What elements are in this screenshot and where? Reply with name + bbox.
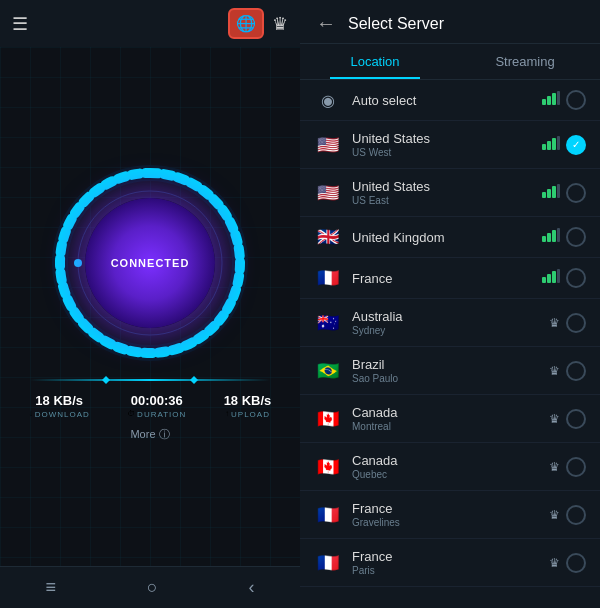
server-name: Brazil <box>352 357 549 372</box>
server-item[interactable]: 🇫🇷France <box>300 258 600 299</box>
server-flag: 🇨🇦 <box>314 409 342 429</box>
server-item[interactable]: 🇬🇧United Kingdom <box>300 217 600 258</box>
server-sub: Gravelines <box>352 517 549 528</box>
nav-menu-icon[interactable]: ≡ <box>45 577 56 598</box>
premium-crown-icon: ♛ <box>549 364 560 378</box>
right-panel: ← Select Server Location Streaming ◉Auto… <box>300 0 600 608</box>
server-right: ♛ <box>549 313 586 333</box>
server-name: France <box>352 271 542 286</box>
crown-icon[interactable]: ♛ <box>272 13 288 35</box>
vpn-circle[interactable]: CONNECTED <box>50 163 250 363</box>
server-flag: 🇫🇷 <box>314 268 342 288</box>
server-right: ♛ <box>549 409 586 429</box>
globe-button[interactable]: 🌐 <box>228 8 264 39</box>
tab-streaming[interactable]: Streaming <box>450 44 600 79</box>
svg-rect-23 <box>557 269 560 283</box>
svg-rect-19 <box>557 228 560 242</box>
server-name: Canada <box>352 405 549 420</box>
select-circle[interactable] <box>566 313 586 333</box>
svg-rect-17 <box>547 233 551 242</box>
server-sub: Quebec <box>352 469 549 480</box>
signal-icon <box>542 184 560 202</box>
server-name: United States <box>352 179 542 194</box>
select-circle[interactable] <box>566 553 586 573</box>
right-header: ← Select Server <box>300 0 600 44</box>
server-sub: Sydney <box>352 325 549 336</box>
server-name: Australia <box>352 309 549 324</box>
back-button[interactable]: ← <box>316 12 336 35</box>
select-circle[interactable] <box>566 457 586 477</box>
server-flag: ◉ <box>314 90 342 110</box>
server-sub: Sao Paulo <box>352 373 549 384</box>
premium-crown-icon: ♛ <box>549 508 560 522</box>
svg-rect-7 <box>557 91 560 105</box>
left-header: ☰ 🌐 ♛ <box>0 0 300 47</box>
server-name: Canada <box>352 453 549 468</box>
server-info: CanadaMontreal <box>352 405 549 432</box>
server-right: ♛ <box>549 361 586 381</box>
signal-icon <box>542 91 560 109</box>
server-item[interactable]: 🇦🇺AustraliaSydney♛ <box>300 299 600 347</box>
server-item[interactable]: 🇫🇷FranceGravelines♛ <box>300 491 600 539</box>
svg-rect-4 <box>542 99 546 105</box>
svg-rect-6 <box>552 93 556 105</box>
server-flag: 🇺🇸 <box>314 183 342 203</box>
premium-crown-icon: ♛ <box>549 316 560 330</box>
server-right <box>542 268 586 288</box>
svg-rect-9 <box>547 141 551 150</box>
server-info: FranceParis <box>352 549 549 576</box>
select-circle[interactable] <box>566 505 586 525</box>
svg-rect-8 <box>542 144 546 150</box>
divider <box>30 379 270 381</box>
server-flag: 🇨🇦 <box>314 457 342 477</box>
connected-label: CONNECTED <box>111 257 190 269</box>
select-circle[interactable] <box>566 135 586 155</box>
nav-home-icon[interactable]: ○ <box>147 577 158 598</box>
svg-rect-13 <box>547 189 551 198</box>
server-sub: Paris <box>352 565 549 576</box>
server-sub: Montreal <box>352 421 549 432</box>
server-name: France <box>352 501 549 516</box>
signal-icon <box>542 228 560 246</box>
server-info: United StatesUS East <box>352 179 542 206</box>
server-item[interactable]: ◉Auto select <box>300 80 600 121</box>
server-list: ◉Auto select🇺🇸United StatesUS West🇺🇸Unit… <box>300 80 600 608</box>
server-info: France <box>352 271 542 286</box>
server-name: United Kingdom <box>352 230 542 245</box>
server-item[interactable]: 🇺🇸United StatesUS West <box>300 121 600 169</box>
select-circle[interactable] <box>566 268 586 288</box>
signal-icon <box>542 269 560 287</box>
svg-rect-5 <box>547 96 551 105</box>
select-circle[interactable] <box>566 227 586 247</box>
server-info: BrazilSao Paulo <box>352 357 549 384</box>
tabs-row: Location Streaming <box>300 44 600 80</box>
svg-rect-10 <box>552 138 556 150</box>
tab-location[interactable]: Location <box>300 44 450 79</box>
svg-rect-15 <box>557 184 560 198</box>
server-flag: 🇦🇺 <box>314 313 342 333</box>
server-info: AustraliaSydney <box>352 309 549 336</box>
server-flag: 🇺🇸 <box>314 135 342 155</box>
premium-crown-icon: ♛ <box>549 412 560 426</box>
server-right: ♛ <box>549 505 586 525</box>
premium-crown-icon: ♛ <box>549 460 560 474</box>
server-right <box>542 227 586 247</box>
server-item[interactable]: 🇧🇷BrazilSao Paulo♛ <box>300 347 600 395</box>
nav-back-icon[interactable]: ‹ <box>249 577 255 598</box>
svg-point-3 <box>74 259 82 267</box>
server-item[interactable]: 🇨🇦CanadaMontreal♛ <box>300 395 600 443</box>
svg-rect-12 <box>542 192 546 198</box>
select-circle[interactable] <box>566 409 586 429</box>
server-flag: 🇫🇷 <box>314 553 342 573</box>
header-icons: 🌐 ♛ <box>228 8 288 39</box>
panel-title: Select Server <box>348 15 444 33</box>
server-item[interactable]: 🇨🇦CanadaQuebec♛ <box>300 443 600 491</box>
server-info: United Kingdom <box>352 230 542 245</box>
select-circle[interactable] <box>566 361 586 381</box>
hamburger-icon[interactable]: ☰ <box>12 13 28 35</box>
select-circle[interactable] <box>566 90 586 110</box>
server-item[interactable]: 🇫🇷FranceParis♛ <box>300 539 600 587</box>
server-item[interactable]: 🇺🇸United StatesUS East <box>300 169 600 217</box>
svg-rect-22 <box>552 271 556 283</box>
select-circle[interactable] <box>566 183 586 203</box>
